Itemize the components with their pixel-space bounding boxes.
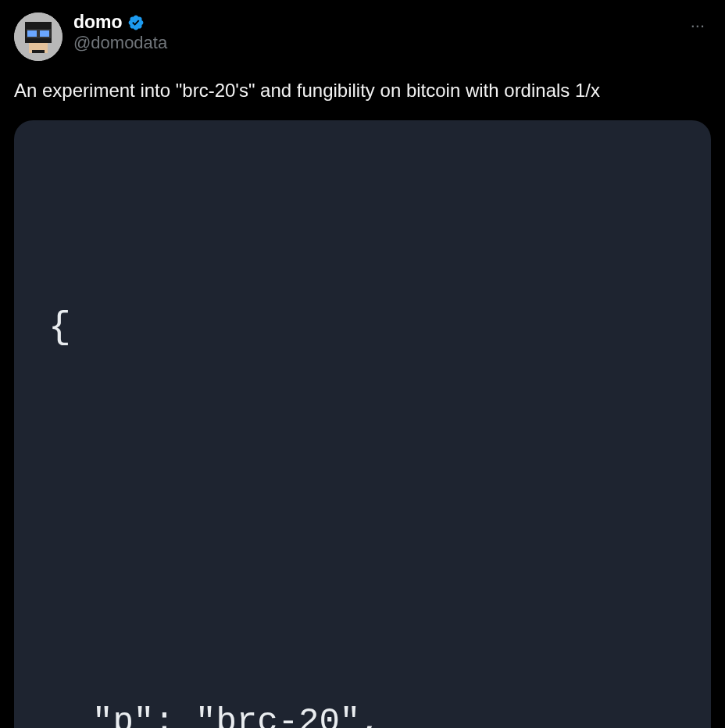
tweet: domo @domodata ··· An experiment into "b… <box>0 0 725 728</box>
author-name-line: domo <box>73 12 167 32</box>
author-block: domo @domodata <box>73 12 167 54</box>
verified-badge-icon <box>127 14 145 31</box>
code-blank-line <box>48 488 677 555</box>
svg-rect-5 <box>40 30 49 37</box>
handle[interactable]: @domodata <box>73 32 167 54</box>
avatar[interactable] <box>14 12 62 61</box>
svg-rect-4 <box>27 30 37 37</box>
code-card: { "p": "brc-20", "op": "deploy", "tick":… <box>14 120 711 728</box>
avatar-image <box>14 12 62 61</box>
tweet-text: An experiment into "brc-20's" and fungib… <box>14 78 711 103</box>
code-brace-open: { <box>48 302 677 354</box>
more-options-button[interactable]: ··· <box>684 12 711 39</box>
display-name[interactable]: domo <box>73 12 123 32</box>
svg-rect-7 <box>32 50 45 53</box>
code-line: "p": "brc-20", <box>48 689 677 728</box>
code-block: { "p": "brc-20", "op": "deploy", "tick":… <box>48 167 677 728</box>
tweet-header: domo @domodata ··· <box>14 12 711 61</box>
